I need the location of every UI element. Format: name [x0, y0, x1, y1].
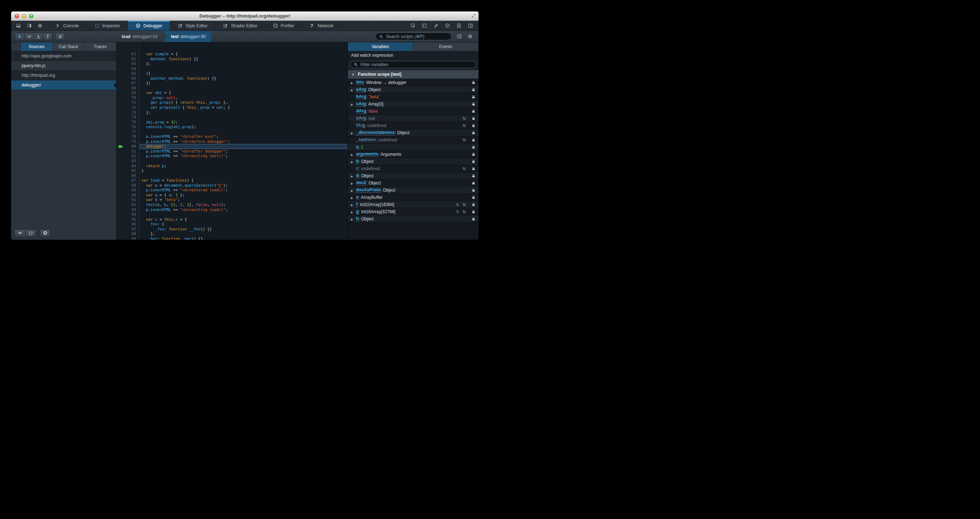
line-number[interactable]: 67: [125, 81, 139, 86]
blackbox-sources-button[interactable]: [55, 33, 65, 40]
code-text[interactable]: obj.prop = 42;: [139, 120, 347, 125]
close-button[interactable]: [15, 14, 19, 18]
code-text[interactable]: _foo: function __foo() {}: [139, 227, 347, 232]
source-item[interactable]: http://htmlpad.org: [11, 71, 116, 80]
line-number[interactable]: 89: [125, 188, 139, 193]
code-text[interactable]: another_method: function() {}: [139, 76, 347, 81]
variable-value[interactable]: Object: [383, 188, 396, 193]
tab-debugger[interactable]: Debugger: [128, 21, 170, 30]
line-number[interactable]: 90: [125, 193, 139, 198]
expand-arrow-icon[interactable]: [348, 87, 356, 92]
variable-name[interactable]: eArg: [356, 116, 366, 121]
variable-name[interactable]: docAsProto: [356, 188, 380, 193]
tab-profiler[interactable]: Profiler: [265, 21, 302, 30]
variable-row[interactable]: docAsProto : Object: [348, 187, 479, 194]
line-number[interactable]: 64: [125, 67, 139, 72]
variable-row[interactable]: c : undefined N: [348, 165, 479, 172]
code-text[interactable]: ({: [139, 71, 347, 76]
line-number[interactable]: 77: [125, 130, 139, 135]
line-number[interactable]: 61: [125, 52, 139, 57]
resume-button[interactable]: [15, 33, 24, 40]
breadcrumb-frame[interactable]: load debugger/:92: [116, 31, 163, 42]
variable-name[interactable]: cArg: [356, 102, 366, 107]
line-number[interactable]: 72: [125, 105, 139, 110]
line-number[interactable]: 76: [125, 124, 139, 130]
expand-arrow-icon[interactable]: [348, 180, 356, 186]
line-number[interactable]: 88: [125, 183, 139, 188]
code-text[interactable]: p.innerHTML += "<br>after eval";: [139, 134, 347, 139]
pretty-print-button[interactable]: {}: [25, 229, 36, 237]
variable-row[interactable]: eArg : null N: [348, 115, 479, 122]
code-text[interactable]: var c = this.c = {: [139, 217, 347, 222]
expand-arrow-icon[interactable]: [348, 202, 356, 207]
code-text[interactable]: var simple = {: [139, 52, 347, 57]
code-text[interactable]: }): [139, 81, 347, 86]
variable-name[interactable]: fArg: [356, 123, 365, 128]
code-text[interactable]: method: function() {}: [139, 57, 347, 62]
line-number[interactable]: 95: [125, 217, 139, 222]
code-text[interactable]: var b = "beta";: [139, 197, 347, 202]
breadcrumb-frame[interactable]: test debugger/:80: [163, 31, 211, 42]
variable-row[interactable]: d : Object: [348, 172, 479, 180]
search-scripts-input[interactable]: [385, 34, 448, 40]
line-number[interactable]: 63: [125, 61, 139, 67]
tab-traces[interactable]: Traces: [84, 42, 116, 51]
variable-row[interactable]: e : ArrayBuffer: [348, 194, 479, 201]
code-text[interactable]: p.innerHTML += "<br>after debugger";: [139, 149, 347, 154]
variable-name[interactable]: this: [356, 80, 364, 85]
source-editor[interactable]: 61 var simple = { 62 method: function() …: [117, 42, 347, 240]
line-number[interactable]: 68: [125, 86, 139, 91]
tab-network[interactable]: Network: [302, 21, 341, 30]
line-number[interactable]: 82: [125, 154, 139, 159]
resize-icon[interactable]: [471, 13, 476, 18]
line-number[interactable]: 78: [125, 134, 139, 139]
step-over-button[interactable]: [24, 33, 34, 40]
variable-name[interactable]: _sadness: [356, 137, 376, 142]
responsive-mode-button[interactable]: [468, 23, 473, 29]
variable-value[interactable]: Array[3]: [368, 102, 383, 107]
add-watch-expression[interactable]: Add watch expression: [348, 51, 479, 59]
variable-value[interactable]: Arguments: [380, 152, 401, 157]
tab-style-editor[interactable]: Style Editor: [170, 21, 215, 30]
line-number[interactable]: 91: [125, 197, 139, 202]
line-number[interactable]: 80: [125, 144, 139, 149]
tab-variables[interactable]: Variables: [348, 42, 413, 51]
line-number[interactable]: 96: [125, 222, 139, 227]
code-text[interactable]: test(a, b, [1, 2, 3], false, null);: [139, 202, 347, 207]
variable-row[interactable]: arguments : Arguments: [348, 151, 479, 158]
code-text[interactable]: set prop(val) { this._prop = val; }: [139, 105, 347, 110]
tab-console[interactable]: Console: [48, 21, 87, 30]
variable-name[interactable]: bArg: [356, 94, 366, 99]
variable-value[interactable]: null: [368, 116, 375, 121]
variable-row[interactable]: f : Int32Array[16384] S N: [348, 201, 479, 208]
expand-arrow-icon[interactable]: [348, 217, 356, 221]
code-text[interactable]: [139, 67, 347, 72]
variable-name[interactable]: d: [356, 174, 359, 178]
variable-name[interactable]: doc2: [356, 180, 366, 186]
variable-row[interactable]: doc2 : Object: [348, 180, 479, 187]
variable-name[interactable]: _disconsolateness: [356, 130, 395, 135]
filter-variables-box[interactable]: [350, 61, 476, 68]
tab-events[interactable]: Events: [413, 42, 479, 51]
line-number[interactable]: 92: [125, 202, 139, 207]
code-text[interactable]: p.innerHTML += "<br>before debugger";: [139, 139, 347, 144]
variable-row[interactable]: cArg : Array[3]: [348, 100, 479, 108]
variable-row[interactable]: b : Object: [348, 158, 479, 165]
source-item[interactable]: http://ajax.googleapis.com: [11, 51, 116, 61]
code-text[interactable]: console.log(obj.prop);: [139, 124, 347, 130]
line-number[interactable]: 97: [125, 227, 139, 232]
variable-value[interactable]: Object: [361, 174, 374, 178]
variable-value[interactable]: Object: [361, 159, 374, 164]
code-text[interactable]: p.innerHTML += "<br>entered load()";: [139, 188, 347, 193]
variable-value[interactable]: Object: [369, 180, 381, 186]
variable-row[interactable]: aArg : Object: [348, 86, 479, 93]
code-text[interactable]: var a = { a: 1 };: [139, 193, 347, 198]
variable-name[interactable]: dArg: [356, 109, 366, 114]
variable-name[interactable]: h: [356, 217, 359, 221]
pick-element-button[interactable]: [410, 23, 416, 29]
variable-name[interactable]: g: [356, 209, 359, 214]
code-text[interactable]: };: [139, 110, 347, 115]
variable-value[interactable]: Int32Array[16384]: [360, 202, 394, 207]
variable-row[interactable]: g : Int16Array[32768] S N: [348, 208, 479, 215]
line-number[interactable]: 99: [125, 237, 139, 240]
